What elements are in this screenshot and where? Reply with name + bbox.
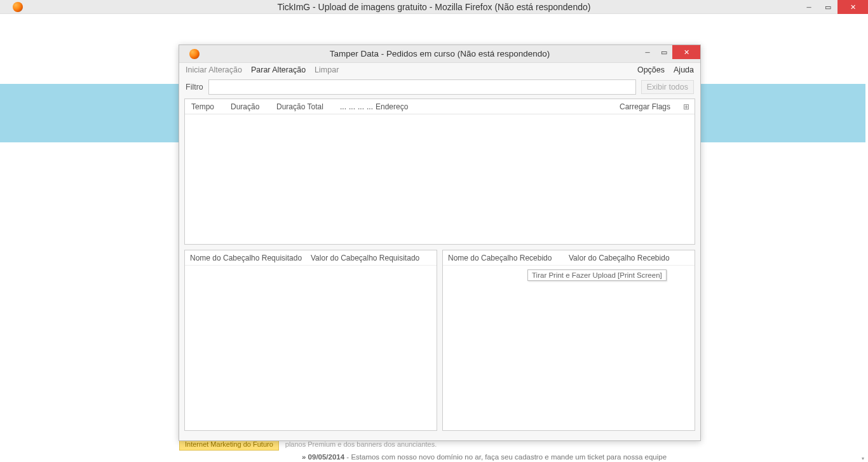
request-headers-header: Nome do Cabeçalho Requisitado Valor do C… bbox=[185, 250, 437, 266]
dialog-titlebar: Tamper Data - Pedidos em curso (Não está… bbox=[179, 45, 700, 63]
col-tempo[interactable]: Tempo bbox=[187, 102, 227, 111]
close-button[interactable] bbox=[837, 0, 868, 14]
request-headers-panel: Nome do Cabeçalho Requisitado Valor do C… bbox=[184, 250, 437, 431]
request-table-header: Tempo Duração Duração Total ... ... ... … bbox=[185, 99, 695, 114]
col-dots-2[interactable]: ... bbox=[345, 102, 354, 111]
col-duracao[interactable]: Duração bbox=[227, 102, 273, 111]
column-picker-icon[interactable]: ⊞ bbox=[679, 102, 692, 111]
filter-row: Filtro Exibir todos bbox=[179, 77, 700, 97]
main-window-controls bbox=[799, 0, 868, 14]
menu-options[interactable]: Opções bbox=[637, 65, 665, 74]
menu-stop-tamper[interactable]: Parar Alteração bbox=[251, 65, 306, 74]
filter-label: Filtro bbox=[186, 83, 203, 92]
col-req-header-name[interactable]: Nome do Cabeçalho Requisitado bbox=[186, 254, 307, 262]
screenshot-tooltip: Tirar Print e Fazer Upload [Print Screen… bbox=[527, 269, 667, 281]
col-dots-3[interactable]: ... bbox=[354, 102, 363, 111]
col-req-header-value[interactable]: Valor do Cabeçalho Requisitado bbox=[307, 254, 435, 262]
menu-clear[interactable]: Limpar bbox=[315, 65, 339, 74]
col-dots-1[interactable]: ... bbox=[336, 102, 345, 111]
page-news-fragment: » 09/05/2014 - Estamos com nosso novo do… bbox=[302, 453, 667, 461]
col-dots-4[interactable]: ... bbox=[363, 102, 372, 111]
col-res-header-value[interactable]: Valor do Cabeçalho Recebido bbox=[565, 254, 693, 262]
firefox-icon bbox=[13, 2, 23, 12]
show-all-button[interactable]: Exibir todos bbox=[641, 80, 694, 94]
news-date: » 09/05/2014 bbox=[302, 453, 344, 461]
response-headers-header: Nome do Cabeçalho Recebido Valor do Cabe… bbox=[443, 250, 695, 266]
menu-help[interactable]: Ajuda bbox=[674, 65, 694, 74]
dialog-body: Iniciar Alteração Parar Alteração Limpar… bbox=[179, 63, 700, 431]
filter-input[interactable] bbox=[208, 79, 636, 95]
firefox-icon bbox=[189, 49, 200, 59]
page-text-fragment: planos Premium e dos banners dos anuncia… bbox=[285, 440, 437, 448]
dialog-maximize-button[interactable] bbox=[656, 45, 672, 59]
col-flags[interactable]: Carregar Flags bbox=[616, 102, 679, 111]
dialog-title: Tamper Data - Pedidos em curso (Não está… bbox=[179, 49, 700, 58]
dialog-menubar: Iniciar Alteração Parar Alteração Limpar… bbox=[179, 63, 700, 77]
col-duracao-total[interactable]: Duração Total bbox=[273, 102, 336, 111]
col-res-header-name[interactable]: Nome do Cabeçalho Recebido bbox=[444, 254, 565, 262]
request-table: Tempo Duração Duração Total ... ... ... … bbox=[184, 99, 695, 245]
tamper-data-dialog: Tamper Data - Pedidos em curso (Não está… bbox=[179, 44, 701, 441]
dialog-window-controls bbox=[639, 45, 700, 59]
main-window-title: TickImG - Upload de imagens gratuito - M… bbox=[0, 2, 868, 12]
menu-start-tamper[interactable]: Iniciar Alteração bbox=[186, 65, 242, 74]
dialog-close-button[interactable] bbox=[672, 45, 700, 59]
dialog-minimize-button[interactable] bbox=[639, 45, 656, 59]
minimize-button[interactable] bbox=[799, 0, 818, 14]
news-text: - Estamos com nosso novo domínio no ar, … bbox=[344, 453, 667, 461]
col-endereco[interactable]: Endereço bbox=[372, 102, 616, 111]
main-window-titlebar: TickImG - Upload de imagens gratuito - M… bbox=[0, 0, 868, 14]
maximize-button[interactable] bbox=[818, 0, 837, 14]
scroll-down-icon[interactable]: ▾ bbox=[862, 456, 868, 462]
